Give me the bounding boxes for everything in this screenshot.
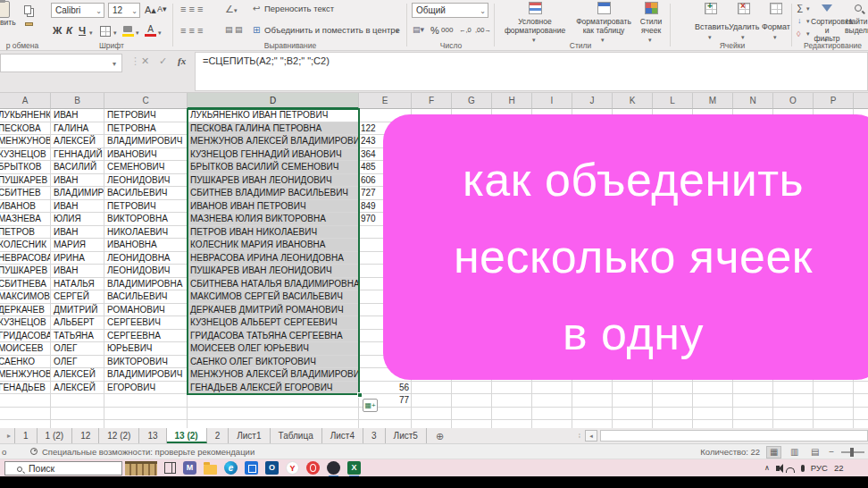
- clear-icon[interactable]: ◊: [797, 29, 800, 38]
- cell[interactable]: [653, 420, 693, 428]
- cell[interactable]: ИВАНОВНА: [104, 239, 188, 252]
- cell[interactable]: МЕНЖУНОВ: [0, 135, 51, 148]
- insert-function-icon[interactable]: fx: [178, 55, 186, 66]
- column-header-K[interactable]: K: [613, 93, 653, 109]
- chevron-down-icon[interactable]: ▾: [136, 29, 139, 37]
- cell[interactable]: ИВАН: [51, 200, 104, 214]
- cell[interactable]: АЛЕКСЕЙ: [51, 382, 104, 395]
- cell[interactable]: НЕВРАСОВА ИРИНА ЛЕОНИДОВНА: [188, 252, 359, 265]
- cell[interactable]: МЕНЖУНОВ АЛЕКСЕЙ ВЛАДИМИРОВИЧ: [188, 135, 359, 148]
- column-header-H[interactable]: H: [492, 93, 532, 109]
- cell[interactable]: ТАТЬЯНА: [51, 330, 104, 343]
- language-indicator[interactable]: РУС: [811, 463, 828, 473]
- cell[interactable]: [0, 394, 51, 408]
- cell[interactable]: ИВАН: [51, 109, 104, 122]
- scrollbar-thumb[interactable]: [600, 430, 868, 442]
- cell[interactable]: МОИСЕЕВ: [0, 342, 51, 356]
- cell[interactable]: [653, 394, 693, 408]
- cell[interactable]: [572, 408, 613, 421]
- cell[interactable]: СБИТНЕВ ВЛАДИМИР ВАСИЛЬЕВИЧ: [188, 187, 359, 200]
- orientation-icon[interactable]: ∠: [225, 4, 234, 15]
- cell[interactable]: [854, 394, 868, 408]
- cell[interactable]: ЕГОРОВИЧ: [104, 382, 188, 395]
- currency-format-icon[interactable]: ▤▾: [413, 25, 424, 34]
- number-format-select[interactable]: Общий⌄: [412, 3, 488, 18]
- cell[interactable]: [492, 394, 532, 408]
- cell[interactable]: ОЛЕГ: [51, 356, 104, 369]
- paste-button[interactable]: вить: [0, 18, 16, 27]
- italic-button[interactable]: К: [66, 25, 72, 36]
- cell[interactable]: [359, 420, 412, 428]
- cell[interactable]: [51, 408, 104, 421]
- cell[interactable]: ЮРЬЕВИЧ: [104, 342, 188, 356]
- sheet-tab-13(2)[interactable]: 13 (2): [167, 428, 207, 443]
- borders-icon[interactable]: [100, 26, 111, 37]
- cell[interactable]: [412, 382, 452, 395]
- column-header-O[interactable]: O: [773, 93, 814, 109]
- column-header-P[interactable]: P: [814, 93, 854, 109]
- cell[interactable]: [452, 408, 492, 421]
- paste-icon[interactable]: [0, 1, 10, 18]
- volume-icon[interactable]: [776, 466, 780, 471]
- cell[interactable]: СЕРГЕЙ: [51, 290, 104, 304]
- edge-browser-icon[interactable]: e: [224, 461, 238, 475]
- cell[interactable]: СБИТНЕВА: [0, 278, 51, 291]
- cell[interactable]: [532, 394, 572, 408]
- cell[interactable]: ПЕТРОВ ИВАН НИКОЛАЕВИЧ: [188, 226, 359, 240]
- cell[interactable]: МАКСИМОВ: [0, 290, 51, 304]
- decrease-decimal-icon[interactable]: ,00→: [475, 26, 491, 34]
- cell[interactable]: [412, 394, 452, 408]
- splitter-dots-icon[interactable]: ⁞: [579, 432, 581, 440]
- cell[interactable]: [613, 420, 653, 428]
- cell[interactable]: [653, 382, 693, 395]
- cell[interactable]: МАЗНЕВА: [0, 213, 51, 226]
- search-input[interactable]: Поиск: [4, 461, 122, 475]
- merge-center-button[interactable]: Объединить и поместить в центре: [264, 25, 400, 35]
- cell[interactable]: [572, 394, 613, 408]
- task-view-icon[interactable]: [164, 462, 176, 474]
- cell[interactable]: АЛЕКСЕЙ: [51, 368, 104, 382]
- indent-icons[interactable]: ▤ ▤: [225, 25, 243, 34]
- cell[interactable]: МАРИЯ: [51, 239, 104, 252]
- cell[interactable]: [188, 394, 359, 408]
- cell[interactable]: [613, 394, 653, 408]
- column-header-L[interactable]: L: [653, 93, 693, 109]
- cell[interactable]: САЕНКО: [0, 356, 51, 369]
- cell[interactable]: ЛУКЬЯНЕНКО: [0, 109, 51, 122]
- page-break-view-icon[interactable]: ▤: [808, 447, 822, 458]
- cell[interactable]: СБИТНЕВ: [0, 187, 51, 200]
- cell[interactable]: КУЗНЕЦОВ АЛЬБЕРТ СЕРГЕЕВИЧ: [188, 316, 359, 330]
- formula-input[interactable]: =СЦЕПИТЬ(A2;" ";B2;" ";C2): [195, 52, 868, 91]
- cell[interactable]: [814, 382, 854, 395]
- column-header-E[interactable]: E: [359, 93, 412, 109]
- column-header-Q[interactable]: Q: [854, 93, 868, 109]
- cell[interactable]: НАТАЛЬЯ: [51, 278, 104, 291]
- chevron-down-icon[interactable]: ▾: [234, 7, 238, 14]
- cell[interactable]: [733, 408, 773, 421]
- dark-browser-icon[interactable]: [327, 461, 340, 475]
- cell[interactable]: ГЕННАДИЙ: [51, 148, 104, 162]
- cell[interactable]: МЕНЖУНОВ АЛЕКСЕЙ ВЛАДИМИРОВИЧ: [188, 368, 359, 382]
- column-header-G[interactable]: G: [452, 93, 492, 109]
- cell[interactable]: ИВАНОВ ИВАН ПЕТРОВИЧ: [188, 200, 359, 214]
- cell[interactable]: [51, 420, 104, 428]
- cell[interactable]: [693, 420, 733, 428]
- cell[interactable]: ИВАН: [51, 226, 104, 240]
- cell[interactable]: ВИКТОРОВНА: [104, 213, 188, 226]
- column-header-M[interactable]: M: [693, 93, 733, 109]
- fill-handle[interactable]: [357, 392, 363, 398]
- cell[interactable]: [0, 420, 51, 428]
- cell[interactable]: [572, 382, 613, 395]
- cell[interactable]: ПЕТРОВ: [0, 226, 51, 240]
- hidden-icons-chevron-icon[interactable]: ∧: [764, 464, 770, 472]
- cell[interactable]: ПЕСКОВА ГАЛИНА ПЕТРОВНА: [188, 122, 359, 136]
- sheet-tab-3[interactable]: 3: [363, 428, 386, 443]
- horizontal-scrollbar[interactable]: ⁞ ◂: [579, 428, 868, 443]
- increase-font-icon[interactable]: А▴: [145, 4, 156, 16]
- cell[interactable]: [452, 382, 492, 395]
- cancel-entry-icon[interactable]: ✕: [141, 55, 149, 67]
- cell[interactable]: ДЕРКАЧЕВ ДМИТРИЙ РОМАНОВИЧ: [188, 304, 359, 317]
- autosum-icon[interactable]: ∑: [797, 3, 803, 13]
- cell[interactable]: [492, 420, 532, 428]
- cell[interactable]: ГРИДАСОВА: [0, 330, 51, 343]
